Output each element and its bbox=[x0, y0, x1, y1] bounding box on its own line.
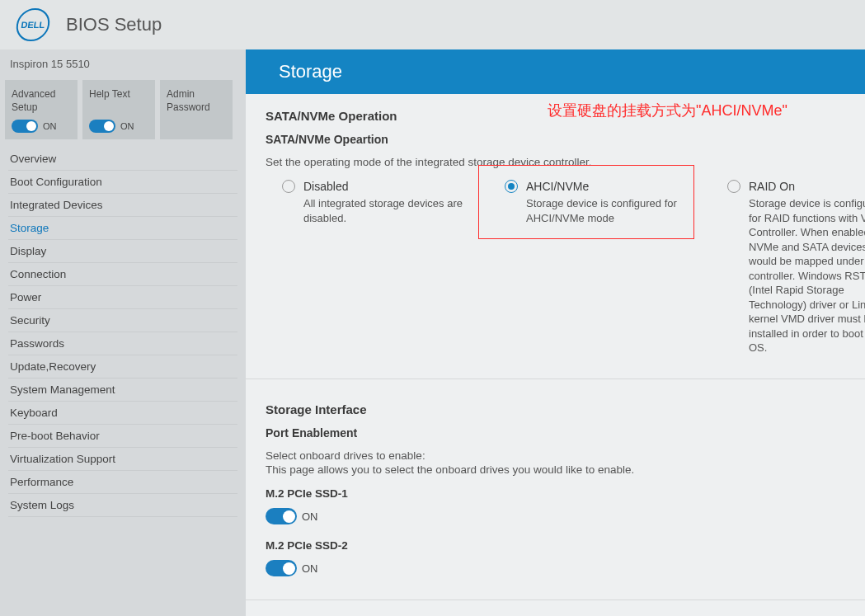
ssd-label: M.2 PCIe SSD-2 bbox=[266, 539, 845, 552]
sidebar-item-update-recovery[interactable]: Update,Recovery bbox=[8, 355, 237, 379]
toggle-help-text[interactable] bbox=[89, 120, 115, 133]
toggle-ssd-2[interactable] bbox=[266, 560, 297, 576]
divider bbox=[246, 600, 865, 600]
toggle-advanced-setup[interactable] bbox=[12, 120, 38, 133]
toggle-state: ON bbox=[120, 121, 134, 131]
divider bbox=[246, 379, 865, 379]
sidebar-item-pre-boot-behavior[interactable]: Pre-boot Behavior bbox=[8, 425, 237, 448]
port-enablement-header: Port Enablement bbox=[266, 426, 845, 440]
ssd-1-block: M.2 PCIe SSD-1 ON bbox=[266, 487, 845, 524]
sidebar-item-display[interactable]: Display bbox=[8, 240, 237, 263]
tile-label: Help Text bbox=[89, 88, 148, 115]
toggle-tiles: Advanced Setup ON Help Text ON Admin Pas… bbox=[0, 78, 246, 148]
bios-title: BIOS Setup bbox=[66, 14, 162, 35]
sidebar-item-system-logs[interactable]: System Logs bbox=[8, 494, 237, 517]
tile-help-text[interactable]: Help Text ON bbox=[82, 80, 155, 139]
section-desc: Set the operating mode of the integrated… bbox=[266, 156, 845, 168]
tile-label: Advanced Setup bbox=[12, 88, 71, 115]
content-area: Storage SATA/NVMe Operation SATA/NVMe Op… bbox=[246, 49, 865, 616]
radio-desc: Storage device is configured for RAID fu… bbox=[749, 196, 865, 355]
model-label: Inspiron 15 5510 bbox=[0, 49, 246, 78]
toggle-state: ON bbox=[43, 121, 57, 131]
desc-line-2: This page allows you to select the onboa… bbox=[266, 463, 845, 476]
toggle-state: ON bbox=[302, 562, 318, 575]
sidebar-item-security[interactable]: Security bbox=[8, 309, 237, 332]
sidebar-item-system-management[interactable]: System Management bbox=[8, 379, 237, 402]
section-header: Storage Interface bbox=[266, 402, 845, 416]
page-title: Storage bbox=[246, 49, 865, 94]
sidebar-nav: OverviewBoot ConfigurationIntegrated Dev… bbox=[0, 148, 246, 517]
sidebar-item-passwords[interactable]: Passwords bbox=[8, 332, 237, 355]
sidebar-item-boot-configuration[interactable]: Boot Configuration bbox=[8, 171, 237, 194]
toggle-ssd-1[interactable] bbox=[266, 508, 297, 524]
radio-desc: All integrated storage devices are disab… bbox=[303, 196, 480, 225]
sidebar-item-storage[interactable]: Storage bbox=[8, 217, 237, 240]
toggle-state: ON bbox=[302, 510, 318, 523]
radio-option-disabled[interactable]: Disabled All integrated storage devices … bbox=[282, 180, 480, 355]
radio-label: AHCI/NVMe bbox=[526, 180, 589, 193]
bios-header: DELL BIOS Setup bbox=[0, 0, 865, 49]
tile-advanced-setup[interactable]: Advanced Setup ON bbox=[5, 80, 78, 139]
ssd-label: M.2 PCIe SSD-1 bbox=[266, 487, 845, 500]
radio-label: RAID On bbox=[749, 180, 795, 193]
dell-logo: DELL bbox=[14, 8, 52, 41]
ssd-2-block: M.2 PCIe SSD-2 ON bbox=[266, 539, 845, 576]
radio-icon[interactable] bbox=[727, 180, 740, 193]
sidebar-item-integrated-devices[interactable]: Integrated Devices bbox=[8, 194, 237, 217]
sidebar: Inspiron 15 5510 Advanced Setup ON Help … bbox=[0, 49, 246, 616]
sidebar-item-performance[interactable]: Performance bbox=[8, 471, 237, 494]
sidebar-item-connection[interactable]: Connection bbox=[8, 263, 237, 286]
tile-admin-password[interactable]: Admin Password bbox=[160, 80, 233, 139]
sidebar-item-virtualization-support[interactable]: Virtualization Support bbox=[8, 448, 237, 471]
radio-option-ahci[interactable]: AHCI/NVMe Storage device is configured f… bbox=[505, 180, 703, 355]
radio-group: Disabled All integrated storage devices … bbox=[266, 180, 845, 355]
radio-desc: Storage device is configured for AHCI/NV… bbox=[526, 196, 703, 225]
radio-icon[interactable] bbox=[282, 180, 295, 193]
section-header: SATA/NVMe Operation bbox=[266, 109, 845, 123]
storage-interface-section: Storage Interface Port Enablement Select… bbox=[246, 388, 865, 591]
sidebar-item-overview[interactable]: Overview bbox=[8, 148, 237, 171]
sub-header: SATA/NVMe Opeartion bbox=[266, 133, 845, 146]
radio-icon[interactable] bbox=[505, 180, 518, 193]
radio-option-raid[interactable]: RAID On Storage device is configured for… bbox=[727, 180, 865, 355]
radio-label: Disabled bbox=[303, 180, 348, 193]
tile-label: Admin Password bbox=[167, 88, 226, 115]
smart-section: SMART Reporting bbox=[246, 609, 865, 616]
sata-section: SATA/NVMe Operation SATA/NVMe Opeartion … bbox=[246, 94, 865, 370]
sidebar-item-keyboard[interactable]: Keyboard bbox=[8, 402, 237, 425]
sidebar-item-power[interactable]: Power bbox=[8, 286, 237, 309]
desc-line-1: Select onboard drives to enable: bbox=[266, 449, 845, 462]
